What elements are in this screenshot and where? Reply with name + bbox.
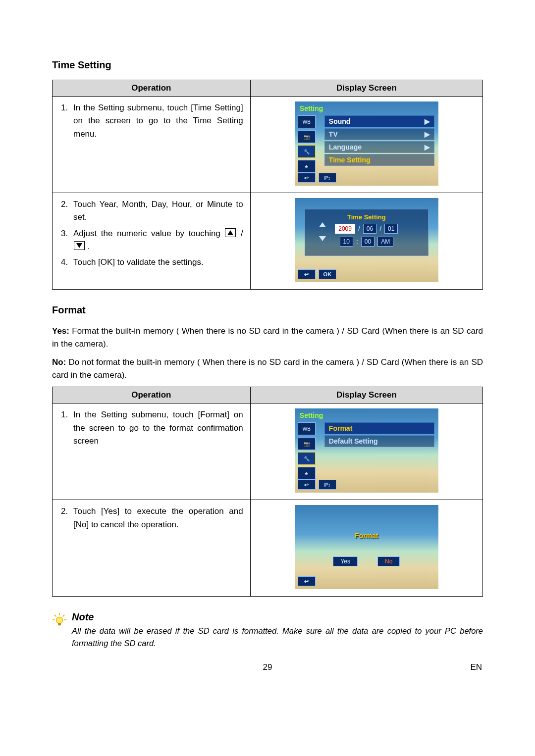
th-operation: Operation [53,80,251,97]
minute-field: 00 [361,237,374,247]
bottom-bar: ↩ P↕ [298,173,336,183]
year-field: 2009 [335,224,355,234]
screen-format-menu: Setting WB 📷 🔧 ★ Format Default Setting … [295,408,438,493]
svg-point-5 [56,617,62,624]
back-icon: ↩ [298,173,316,183]
arrow-down-icon [319,236,326,241]
arrow-up-icon [319,222,326,227]
side-icon: 🔧 [298,452,316,465]
language-code: EN [452,662,482,672]
back-icon: ↩ [298,576,316,586]
page-footer: 29 EN [52,662,483,672]
bottom-bar: ↩ [298,576,316,586]
note-text: All the data will be erased if the SD ca… [72,625,483,650]
bottom-bar: ↩ OK [298,269,336,279]
menu-list: Sound▶ TV▶ Language▶ Time Setting [324,115,434,167]
confirm-title: Format [295,532,438,540]
side-icon: 🔧 [298,145,316,158]
format-no-line: No: Do not format the built-in memory ( … [52,356,483,382]
cell-screen-2: Time Setting 2009 / 06 / 01 [250,193,482,290]
step-1: In the Setting submenu, touch [Format] o… [70,408,243,448]
arrow-up-icon [225,228,236,237]
menu-item-format: Format [324,422,434,434]
table-time-setting: Operation Display Screen In the Setting … [52,80,483,290]
table-format: Operation Display Screen In the Setting … [52,387,483,597]
format-yes-line: Yes: Format the built-in memory ( When t… [52,325,483,351]
lightbulb-icon [52,612,67,627]
menu-item-time-setting: Time Setting [324,154,434,166]
step-1: In the Setting submenu, touch [Time Sett… [70,101,243,141]
time-panel: Time Setting 2009 / 06 / 01 [305,209,428,256]
side-icon: ★ [298,467,316,480]
th-display-screen: Display Screen [250,387,482,403]
step-2: Touch [Yes] to execute the operation and… [70,505,243,531]
arrow-down-icon [74,241,85,250]
screen-setting-menu: Setting WB 📷 🔧 ★ Sound▶ TV▶ Language▶ Ti… [295,101,438,186]
side-icons: WB 📷 🔧 ★ [298,422,317,482]
cell-screen-1: Setting WB 📷 🔧 ★ Sound▶ TV▶ Language▶ Ti… [250,97,482,193]
th-operation: Operation [53,387,251,403]
no-button: No [377,556,400,566]
hour-field: 10 [340,237,353,247]
side-icons: WB 📷 🔧 ★ [298,115,317,175]
svg-line-1 [54,615,56,617]
heading-time-setting: Time Setting [52,59,483,71]
menu-list: Format Default Setting [324,422,434,448]
side-icon: WB [298,422,316,435]
page-number: 29 [83,662,452,672]
page-content: Time Setting Operation Display Screen In… [0,0,535,697]
chevron-right-icon: ▶ [425,130,430,138]
back-icon: ↩ [298,480,316,490]
bottom-bar: ↩ P↕ [298,480,336,490]
menu-item-default-setting: Default Setting [324,435,434,447]
side-icon: 📷 [298,437,316,450]
screen-title: Setting [300,411,323,419]
cell-op-3: In the Setting submenu, touch [Format] o… [53,403,251,500]
cell-screen-3: Setting WB 📷 🔧 ★ Format Default Setting … [250,403,482,500]
back-icon: ↩ [298,269,316,279]
yes-no-row: Yes No [295,556,438,566]
panel-title: Time Setting [310,213,423,221]
side-icon: WB [298,115,316,128]
svg-line-2 [63,615,65,617]
ampm-field: AM [377,237,393,247]
side-icon: 📷 [298,130,316,143]
th-display-screen: Display Screen [250,80,482,97]
cell-screen-4: Format Yes No ↩ [250,500,482,597]
ok-button: OK [319,269,336,279]
yes-button: Yes [333,556,358,566]
page-scroll-icon: P↕ [319,480,336,490]
step-4: Touch [OK] to validate the settings. [70,256,243,269]
cell-op-4: Touch [Yes] to execute the operation and… [53,500,251,597]
screen-format-confirm: Format Yes No ↩ [295,505,438,589]
note-heading: Note [72,611,483,623]
menu-item-tv: TV▶ [324,128,434,140]
cell-op-2: Touch Year, Month, Day, Hour, or Minute … [53,193,251,290]
side-icon: ★ [298,160,316,173]
heading-format: Format [52,304,483,316]
step-3: Adjust the numeric value by touching / . [70,227,243,253]
step-2: Touch Year, Month, Day, Hour, or Minute … [70,198,243,224]
screen-time-setting-edit: Time Setting 2009 / 06 / 01 [295,198,438,282]
chevron-right-icon: ▶ [425,117,430,125]
chevron-right-icon: ▶ [425,143,430,151]
screen-title: Setting [300,104,323,112]
menu-item-language: Language▶ [324,141,434,153]
day-field: 01 [384,224,398,234]
menu-item-sound: Sound▶ [324,115,434,127]
month-field: 06 [363,224,376,234]
svg-rect-6 [58,623,61,626]
page-scroll-icon: P↕ [319,173,336,183]
note-block: Note All the data will be erased if the … [52,611,483,650]
cell-op-1: In the Setting submenu, touch [Time Sett… [53,97,251,193]
